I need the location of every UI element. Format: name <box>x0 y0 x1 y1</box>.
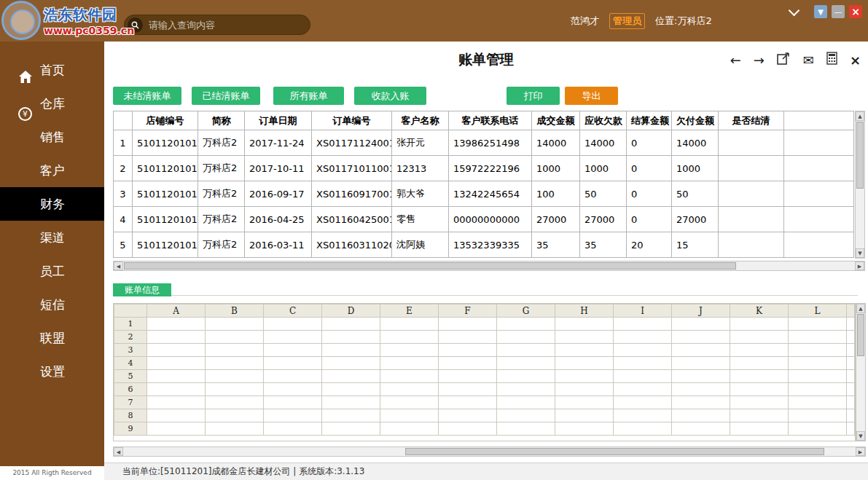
grid-cell[interactable] <box>439 318 497 331</box>
grid-cell[interactable] <box>672 331 730 344</box>
grid-cell[interactable] <box>380 331 439 344</box>
grid-cell[interactable] <box>555 396 614 409</box>
grid-cell[interactable] <box>264 383 322 396</box>
grid-cell[interactable] <box>264 396 322 409</box>
column-header[interactable]: 客户名称 <box>392 111 449 130</box>
grid-cell[interactable] <box>147 357 206 370</box>
grid-cell[interactable] <box>380 383 439 396</box>
all-bills-button[interactable]: 所有账单 <box>273 87 344 105</box>
grid-cell[interactable] <box>614 422 672 436</box>
grid-cell[interactable] <box>672 357 730 370</box>
column-header[interactable]: 订单编号 <box>312 111 392 130</box>
forward-arrow-icon[interactable]: → <box>754 52 765 68</box>
sidebar-item-home[interactable]: 首页 <box>0 53 104 87</box>
grid-cell[interactable] <box>147 409 206 422</box>
scroll-up-icon[interactable]: ▲ <box>856 111 864 121</box>
grid-column-header[interactable]: B <box>206 304 264 318</box>
grid-cell[interactable] <box>497 357 555 370</box>
grid-cell[interactable] <box>322 409 380 422</box>
export-button[interactable]: 导出 <box>565 87 618 105</box>
table-row[interactable]: 45101120101万科店22016-04-25XS01160425001零售… <box>114 207 854 232</box>
grid-cell[interactable] <box>730 331 789 344</box>
grid-cell[interactable] <box>439 370 497 383</box>
grid-row-header[interactable]: 5 <box>114 370 147 383</box>
table-row[interactable]: 55101120101万科店22016-03-11XS01160311020沈阿… <box>114 232 854 258</box>
grid-cell[interactable] <box>264 318 322 331</box>
grid-cell[interactable] <box>206 409 264 422</box>
scroll-right-icon[interactable]: ▶ <box>855 261 864 270</box>
grid-cell[interactable] <box>672 422 730 436</box>
grid-cell[interactable] <box>380 357 439 370</box>
grid-cell[interactable] <box>789 370 847 383</box>
table-row[interactable]: 15101120101万科店22017-11-24XS01171124001张开… <box>114 130 854 156</box>
sidebar-item-settings[interactable]: 设置 <box>0 355 104 388</box>
sidebar-item-channels[interactable]: 渠道 <box>0 221 104 254</box>
grid-cell[interactable] <box>497 331 555 344</box>
scroll-left-icon[interactable]: ◀ <box>114 261 123 270</box>
print-button[interactable]: 打印 <box>507 87 560 105</box>
grid-cell[interactable] <box>206 383 264 396</box>
grid-column-header[interactable]: J <box>672 304 730 318</box>
column-header[interactable]: 欠付金额 <box>672 111 719 130</box>
column-header[interactable]: 是否结清 <box>719 111 784 130</box>
grid-cell[interactable] <box>730 357 789 370</box>
sidebar-item-employees[interactable]: 员工 <box>0 254 104 288</box>
scroll-down-icon[interactable]: ▼ <box>856 248 864 258</box>
column-header[interactable]: 应收欠款 <box>580 111 627 130</box>
grid-cell[interactable] <box>497 318 555 331</box>
grid-column-header[interactable]: F <box>439 304 497 318</box>
sidebar-item-customers[interactable]: 客户 <box>0 154 104 187</box>
grid-cell[interactable] <box>206 422 264 436</box>
grid-row-header[interactable]: 4 <box>114 357 147 370</box>
sidebar-item-alliance[interactable]: 联盟 <box>0 321 104 355</box>
table-row[interactable]: 25101120101万科店22017-10-11XS0117101100112… <box>114 156 854 181</box>
grid-cell[interactable] <box>497 422 555 436</box>
grid-cell[interactable] <box>497 409 555 422</box>
grid-cell[interactable] <box>789 318 847 331</box>
grid-cell[interactable] <box>789 383 847 396</box>
grid-cell[interactable] <box>147 422 206 436</box>
grid-cell[interactable] <box>789 331 847 344</box>
grid-row-header[interactable]: 8 <box>114 409 147 422</box>
grid-row[interactable]: 8 <box>114 409 855 422</box>
grid-column-header[interactable]: G <box>497 304 555 318</box>
grid-cell[interactable] <box>147 383 206 396</box>
mail-icon[interactable]: ✉ <box>803 52 814 68</box>
grid-column-header[interactable]: C <box>264 304 322 318</box>
grid-row-header[interactable]: 6 <box>114 383 147 396</box>
scroll-thumb[interactable] <box>856 122 864 189</box>
share-icon[interactable] <box>777 52 791 68</box>
grid-cell[interactable] <box>206 370 264 383</box>
grid-cell[interactable] <box>730 396 789 409</box>
grid-cell[interactable] <box>322 396 380 409</box>
grid-row[interactable]: 1 <box>114 318 855 331</box>
grid-cell[interactable] <box>322 344 380 357</box>
grid-cell[interactable] <box>614 383 672 396</box>
grid-row-header[interactable]: 2 <box>114 331 147 344</box>
grid-cell[interactable] <box>380 396 439 409</box>
grid-row[interactable]: 3 <box>114 344 855 357</box>
grid-cell[interactable] <box>614 331 672 344</box>
grid-cell[interactable] <box>555 422 614 436</box>
grid-cell[interactable] <box>439 357 497 370</box>
grid-cell[interactable] <box>730 383 789 396</box>
grid-cell[interactable] <box>264 357 322 370</box>
grid-column-header[interactable]: H <box>555 304 614 318</box>
grid-cell[interactable] <box>672 383 730 396</box>
calculator-icon[interactable] <box>826 52 837 68</box>
grid-cell[interactable] <box>672 344 730 357</box>
scroll-thumb[interactable] <box>405 448 824 455</box>
grid-cell[interactable] <box>264 370 322 383</box>
grid-cell[interactable] <box>264 422 322 436</box>
grid-hscrollbar[interactable]: ◀ ▶ <box>113 446 866 457</box>
scroll-right-icon[interactable]: ▶ <box>856 447 865 456</box>
grid-cell[interactable] <box>730 318 789 331</box>
grid-cell[interactable] <box>264 344 322 357</box>
grid-cell[interactable] <box>206 318 264 331</box>
grid-cell[interactable] <box>614 318 672 331</box>
back-arrow-icon[interactable]: ← <box>730 52 741 68</box>
grid-cell[interactable] <box>147 331 206 344</box>
scroll-up-icon[interactable]: ▲ <box>856 304 865 313</box>
column-header[interactable]: 结算金额 <box>627 111 672 130</box>
row-number-header[interactable] <box>114 111 133 130</box>
